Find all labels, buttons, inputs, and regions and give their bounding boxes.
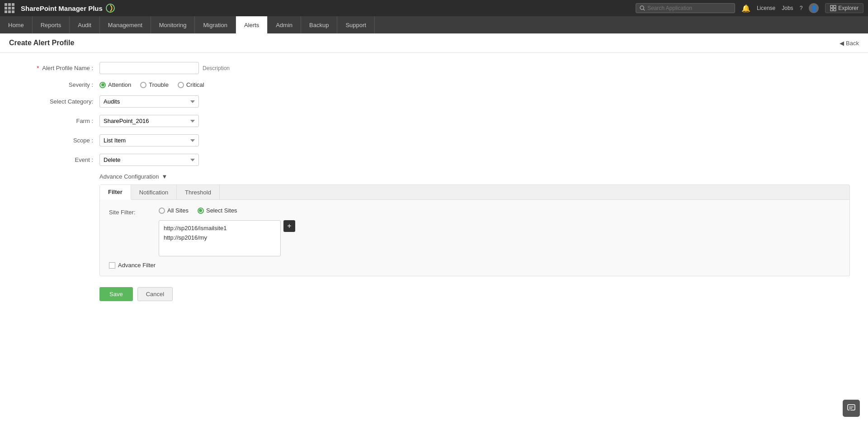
explorer-button[interactable]: Explorer xyxy=(825,3,863,13)
jobs-link[interactable]: Jobs xyxy=(782,5,793,11)
tab-notification[interactable]: Notification xyxy=(131,185,177,199)
event-row: Event : Delete Add Modify xyxy=(18,154,850,166)
chat-fab-button[interactable] xyxy=(843,400,860,417)
back-label: Back xyxy=(846,40,859,47)
tabs-header: Filter Notification Threshold xyxy=(100,185,849,200)
app-logo: SharePoint Manager Plus xyxy=(21,3,115,13)
save-button[interactable]: Save xyxy=(99,287,133,301)
trouble-label: Trouble xyxy=(149,81,169,88)
nav-audit[interactable]: Audit xyxy=(70,16,100,33)
site-list-item-1[interactable]: http://sp2016/ismailsite1 xyxy=(162,223,278,233)
trouble-radio-circle xyxy=(140,82,146,88)
nav-migration[interactable]: Migration xyxy=(195,16,236,33)
farm-select[interactable]: SharePoint_2016 SharePoint_2019 xyxy=(99,115,199,127)
event-label: Event : xyxy=(18,156,99,163)
site-filter-row: Site Filter: All Sites Select Sites xyxy=(109,207,840,256)
severity-critical[interactable]: Critical xyxy=(178,81,204,88)
advance-filter-checkbox[interactable] xyxy=(109,262,115,269)
svg-line-2 xyxy=(643,9,645,10)
svg-rect-4 xyxy=(834,5,836,8)
nav-admin[interactable]: Admin xyxy=(268,16,301,33)
severity-trouble[interactable]: Trouble xyxy=(140,81,169,88)
navbar: Home Reports Audit Management Monitoring… xyxy=(0,16,868,33)
category-select[interactable]: Audits Performance Security xyxy=(99,95,199,108)
nav-support[interactable]: Support xyxy=(337,16,375,33)
topbar-left: SharePoint Manager Plus xyxy=(5,3,115,13)
severity-attention[interactable]: Attention xyxy=(99,81,131,88)
search-box[interactable] xyxy=(636,3,735,13)
advance-config-label: Advance Configuration xyxy=(99,173,159,180)
user-avatar[interactable]: 👤 xyxy=(809,3,819,13)
svg-point-1 xyxy=(640,6,644,9)
select-sites-option[interactable]: Select Sites xyxy=(198,207,237,214)
site-filter-options: All Sites Select Sites http://sp2016/ism… xyxy=(159,207,295,256)
logo-icon xyxy=(105,3,115,13)
grid-menu-icon[interactable] xyxy=(5,3,14,13)
page-title: Create Alert Profile xyxy=(9,39,74,47)
required-star: * xyxy=(37,65,39,71)
all-sites-radio-circle xyxy=(159,208,165,214)
select-sites-radio-inner xyxy=(199,209,202,212)
attention-radio-circle xyxy=(99,82,106,88)
nav-management[interactable]: Management xyxy=(100,16,151,33)
nav-reports[interactable]: Reports xyxy=(33,16,70,33)
explorer-icon xyxy=(830,5,836,11)
critical-radio-circle xyxy=(178,82,184,88)
alert-profile-name-label: * Alert Profile Name : xyxy=(18,65,99,71)
cancel-button[interactable]: Cancel xyxy=(137,287,173,301)
advance-config-arrow-icon: ▼ xyxy=(162,173,168,180)
bell-icon[interactable]: 🔔 xyxy=(741,4,750,13)
svg-rect-5 xyxy=(830,9,833,11)
nav-monitoring[interactable]: Monitoring xyxy=(151,16,195,33)
site-list-item-2[interactable]: http://sp2016/my xyxy=(162,233,278,242)
site-list-box[interactable]: http://sp2016/ismailsite1 http://sp2016/… xyxy=(159,220,281,256)
tab-threshold[interactable]: Threshold xyxy=(177,185,220,199)
all-sites-option[interactable]: All Sites xyxy=(159,207,189,214)
search-input[interactable] xyxy=(647,5,729,11)
tabs-section: Filter Notification Threshold Site Filte… xyxy=(99,184,850,276)
attention-label: Attention xyxy=(108,81,131,88)
site-filter-label: Site Filter: xyxy=(109,207,159,216)
topbar: SharePoint Manager Plus 🔔 License Jobs ?… xyxy=(0,0,868,16)
license-link[interactable]: License xyxy=(757,5,775,11)
chat-icon xyxy=(847,404,856,413)
explorer-label: Explorer xyxy=(838,5,859,11)
farm-label: Farm : xyxy=(18,118,99,124)
all-sites-label: All Sites xyxy=(167,207,189,214)
page-header: Create Alert Profile ◀ Back xyxy=(0,33,868,53)
tab-filter[interactable]: Filter xyxy=(100,185,131,200)
description-link[interactable]: Description xyxy=(203,65,230,71)
category-row: Select Category: Audits Performance Secu… xyxy=(18,95,850,108)
action-row: Save Cancel xyxy=(99,287,850,301)
nav-backup[interactable]: Backup xyxy=(301,16,337,33)
search-icon xyxy=(640,5,645,11)
event-select[interactable]: Delete Add Modify xyxy=(99,154,199,166)
topbar-right: 🔔 License Jobs ? 👤 Explorer xyxy=(636,3,863,13)
svg-rect-3 xyxy=(830,5,833,8)
advance-filter-label: Advance Filter xyxy=(118,262,156,269)
form-container: * Alert Profile Name : Description Sever… xyxy=(0,53,868,425)
back-chevron-icon: ◀ xyxy=(840,40,844,47)
severity-row: Severity : Attention Trouble Critical xyxy=(18,81,850,88)
add-site-button[interactable]: + xyxy=(283,220,295,232)
help-icon[interactable]: ? xyxy=(800,5,803,11)
site-radio-row: All Sites Select Sites xyxy=(159,207,295,214)
alert-profile-name-row: * Alert Profile Name : Description xyxy=(18,62,850,74)
advance-config-toggle[interactable]: Advance Configuration ▼ xyxy=(99,173,850,180)
select-sites-label: Select Sites xyxy=(206,207,237,214)
scope-select[interactable]: List Item Site Web xyxy=(99,134,199,146)
severity-label: Severity : xyxy=(18,81,99,88)
select-sites-radio-circle xyxy=(198,208,204,214)
attention-radio-inner xyxy=(101,83,104,86)
svg-rect-7 xyxy=(848,405,855,410)
nav-home[interactable]: Home xyxy=(0,16,33,33)
nav-alerts[interactable]: Alerts xyxy=(236,16,268,33)
tab-content-filter: Site Filter: All Sites Select Sites xyxy=(100,200,849,276)
alert-profile-name-input[interactable] xyxy=(99,62,199,74)
category-label: Select Category: xyxy=(18,98,99,105)
severity-group: Attention Trouble Critical xyxy=(99,81,204,88)
svg-rect-6 xyxy=(834,9,836,11)
back-button[interactable]: ◀ Back xyxy=(840,40,859,47)
app-name: SharePoint Manager Plus xyxy=(21,5,103,12)
scope-label: Scope : xyxy=(18,137,99,144)
